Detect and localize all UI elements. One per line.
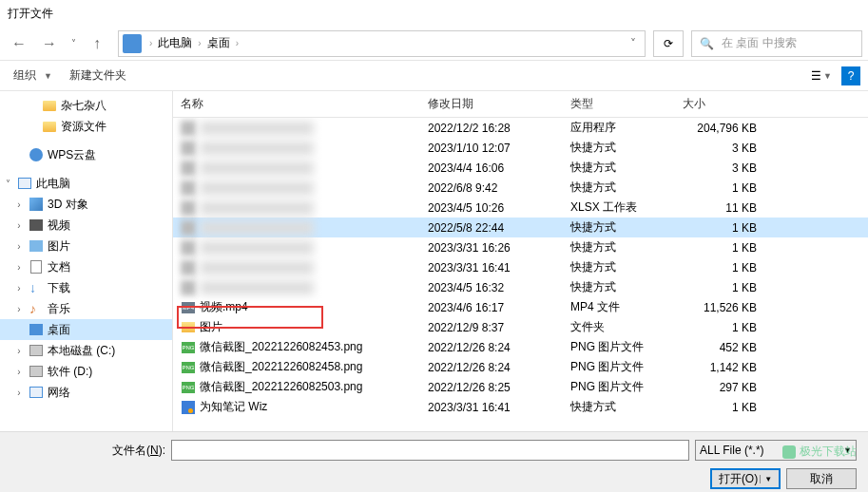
column-type[interactable]: 类型 — [563, 96, 675, 112]
file-row[interactable]: 2023/1/10 12:07快捷方式3 KB — [173, 138, 868, 158]
sidebar-item[interactable]: ›文档 — [0, 256, 172, 277]
sidebar-item[interactable]: 桌面 — [0, 319, 172, 340]
file-size: 204,796 KB — [675, 122, 780, 135]
arrow-right-icon: → — [42, 35, 57, 52]
sidebar-item[interactable]: ›视频 — [0, 215, 172, 236]
file-type: 快捷方式 — [563, 219, 675, 236]
tree-caret-icon: › — [13, 388, 25, 398]
toolbar: 组织 ▼ 新建文件夹 ☰ ▼ ? — [0, 61, 868, 91]
sidebar-item[interactable]: ›3D 对象 — [0, 194, 172, 215]
dropdown-caret-icon[interactable]: ▼ — [44, 71, 52, 81]
location-icon — [123, 34, 142, 53]
sidebar-item-label: 3D 对象 — [48, 197, 88, 213]
file-name: 视频.mp4 — [200, 299, 248, 315]
sidebar-item[interactable]: 杂七杂八 — [0, 95, 172, 116]
file-row[interactable]: 2022/5/8 22:44快捷方式1 KB — [173, 218, 868, 237]
column-size[interactable]: 大小 — [675, 96, 780, 112]
file-list[interactable]: 2022/12/2 16:28应用程序204,796 KB2023/1/10 1… — [173, 118, 868, 431]
file-icon — [181, 161, 196, 176]
wiz-icon — [181, 400, 196, 415]
file-icon — [181, 121, 196, 136]
wps-icon — [29, 147, 44, 162]
sidebar-item[interactable]: 资源文件 — [0, 116, 172, 137]
cancel-button[interactable]: 取消 — [786, 468, 857, 489]
video-icon — [29, 218, 44, 233]
tree-caret-icon: › — [13, 304, 25, 314]
back-button[interactable]: ← — [6, 30, 32, 57]
tree-caret-icon: › — [13, 199, 25, 210]
file-filter-select[interactable]: ALL File (*.*) ▼ — [695, 440, 857, 461]
sidebar-item[interactable]: ›软件 (D:) — [0, 361, 172, 382]
file-date: 2022/12/26 8:24 — [420, 341, 563, 354]
disk-icon — [29, 343, 44, 358]
file-size: 1 KB — [675, 261, 780, 274]
png-icon: PNG — [181, 380, 196, 395]
sidebar-item[interactable]: ˅此电脑 — [0, 173, 172, 194]
tree-caret-icon: › — [13, 283, 25, 293]
file-date: 2023/4/5 16:32 — [420, 281, 563, 294]
sidebar-item[interactable]: ›↓下载 — [0, 277, 172, 298]
refresh-icon: ⟳ — [664, 37, 673, 50]
open-button[interactable]: 打开(O) ▼ — [710, 468, 781, 489]
sidebar-item[interactable]: ›图片 — [0, 236, 172, 256]
split-caret-icon: ▼ — [760, 475, 772, 483]
dropdown-caret-icon: ▼ — [823, 71, 832, 81]
list-view-icon: ☰ — [811, 69, 821, 83]
file-row[interactable]: MP4视频.mp42023/4/6 16:17MP4 文件11,526 KB — [173, 297, 868, 317]
file-size: 11,526 KB — [675, 301, 780, 314]
new-folder-button[interactable]: 新建文件夹 — [64, 64, 132, 87]
sidebar-item-label: WPS云盘 — [48, 147, 96, 163]
file-name — [200, 221, 314, 235]
file-row[interactable]: 为知笔记 Wiz2023/3/31 16:41快捷方式1 KB — [173, 397, 868, 417]
sidebar[interactable]: 杂七杂八资源文件WPS云盘˅此电脑›3D 对象›视频›图片›文档›↓下载›♪音乐… — [0, 91, 173, 431]
history-dropdown[interactable]: ˅ — [67, 30, 80, 57]
file-date: 2023/4/4 16:06 — [420, 161, 563, 175]
file-type: PNG 图片文件 — [563, 379, 675, 395]
png-icon: PNG — [181, 340, 196, 355]
window-title: 打开文件 — [8, 6, 53, 22]
file-date: 2023/4/5 10:26 — [420, 201, 563, 215]
sidebar-item[interactable]: ›网络 — [0, 382, 172, 403]
breadcrumb-part[interactable]: 此电脑 — [156, 35, 194, 51]
view-mode-button[interactable]: ☰ ▼ — [809, 67, 834, 85]
music-icon: ♪ — [29, 301, 44, 316]
breadcrumb-part[interactable]: 桌面 — [205, 35, 232, 51]
file-row[interactable]: 2023/4/5 16:32快捷方式1 KB — [173, 277, 868, 297]
address-bar[interactable]: › 此电脑 › 桌面 › ˅ — [118, 30, 646, 57]
address-dropdown[interactable]: ˅ — [622, 37, 645, 50]
file-row[interactable]: 2022/6/8 9:42快捷方式1 KB — [173, 178, 868, 198]
sidebar-item-label: 本地磁盘 (C:) — [48, 343, 115, 359]
file-name — [200, 201, 314, 215]
file-type: 快捷方式 — [563, 399, 675, 415]
file-row[interactable]: 2023/3/31 16:26快捷方式1 KB — [173, 237, 868, 257]
file-row[interactable]: PNG微信截图_20221226082458.png2022/12/26 8:2… — [173, 357, 868, 377]
file-row[interactable]: 图片2022/12/9 8:37文件夹1 KB — [173, 317, 868, 337]
help-button[interactable]: ? — [841, 66, 860, 85]
sidebar-item[interactable]: WPS云盘 — [0, 144, 172, 165]
sidebar-item-label: 文档 — [48, 259, 70, 275]
file-type: 快捷方式 — [563, 140, 675, 156]
titlebar: 打开文件 — [0, 0, 868, 27]
filename-input[interactable] — [171, 440, 689, 461]
organize-button[interactable]: 组织 — [8, 64, 42, 87]
file-row[interactable]: PNG微信截图_20221226082453.png2022/12/26 8:2… — [173, 337, 868, 357]
file-name: 微信截图_20221226082453.png — [200, 339, 362, 355]
column-date[interactable]: 修改日期 — [420, 96, 563, 112]
file-row[interactable]: 2022/12/2 16:28应用程序204,796 KB — [173, 118, 868, 138]
file-row[interactable]: 2023/3/31 16:41快捷方式1 KB — [173, 257, 868, 277]
sidebar-item[interactable]: ›本地磁盘 (C:) — [0, 340, 172, 361]
chevron-down-icon: ˅ — [71, 38, 76, 48]
file-row[interactable]: 2023/4/5 10:26XLSX 工作表11 KB — [173, 198, 868, 218]
refresh-button[interactable]: ⟳ — [653, 30, 684, 57]
file-icon — [181, 141, 196, 156]
forward-button[interactable]: → — [36, 30, 63, 57]
search-input[interactable]: 🔍 在 桌面 中搜索 — [691, 30, 862, 57]
sidebar-item[interactable]: ›♪音乐 — [0, 298, 172, 319]
search-icon: 🔍 — [700, 37, 714, 50]
file-row[interactable]: PNG微信截图_20221226082503.png2022/12/26 8:2… — [173, 377, 868, 397]
up-button[interactable]: ↑ — [84, 30, 110, 57]
tree-caret-icon: › — [13, 367, 25, 377]
arrow-up-icon: ↑ — [93, 35, 101, 52]
file-row[interactable]: 2023/4/4 16:06快捷方式3 KB — [173, 158, 868, 178]
column-name[interactable]: 名称 — [173, 96, 420, 112]
